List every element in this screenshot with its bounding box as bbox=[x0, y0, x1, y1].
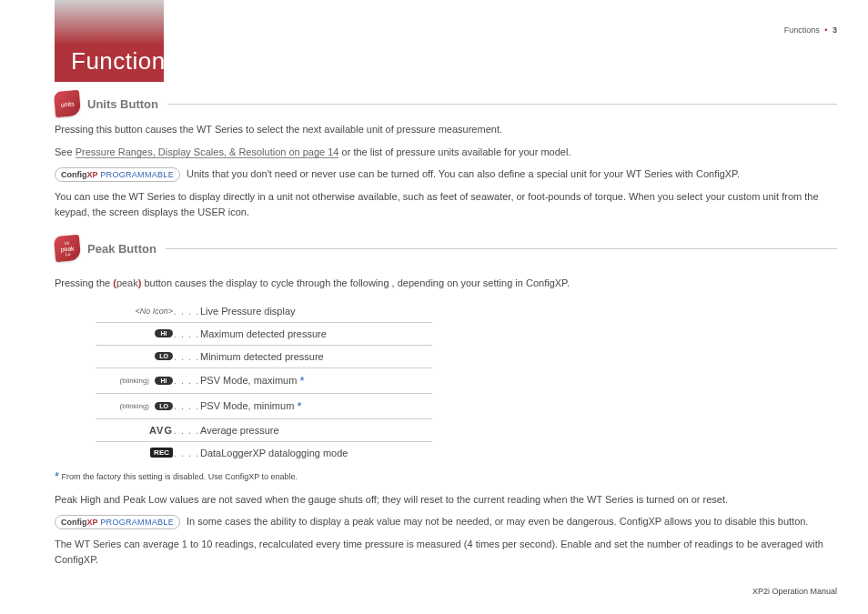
units-para-2: See Pressure Ranges, Display Scales, & R… bbox=[55, 145, 837, 160]
table-row: REC. . . .DataLoggerXP datalogging mode bbox=[96, 442, 432, 464]
badge2-xp: XP bbox=[87, 518, 98, 527]
units-section-header: units Units Button bbox=[55, 91, 837, 116]
peak-p2-text: In some cases the ability to display a p… bbox=[184, 516, 809, 527]
row-description: PSV Mode, maximum * bbox=[200, 374, 432, 388]
configxp-badge: ConfigXP PROGRAMMABLE bbox=[55, 167, 180, 182]
content-area: units Units Button Pressing this button … bbox=[55, 91, 837, 574]
badge-xp: XP bbox=[87, 170, 98, 179]
hi-pill-icon: HI bbox=[155, 377, 173, 385]
units-p2b: or the list of pressure units available … bbox=[338, 146, 570, 157]
dots-separator: . . . . bbox=[173, 328, 200, 339]
row-desc-text: DataLoggerXP datalogging mode bbox=[200, 448, 348, 458]
row-icon-cell: <No Icon> bbox=[96, 307, 173, 316]
units-para-4: You can use the WT Series to display dir… bbox=[55, 189, 837, 219]
peak-para-1: Peak High and Peak Low values are not sa… bbox=[55, 492, 837, 508]
table-row: (blinking)LO. . . .PSV Mode, minimum * bbox=[96, 394, 432, 419]
peak-intro: Pressing the (peak) button causes the di… bbox=[55, 276, 837, 291]
peak-icon-lo: Lo bbox=[66, 251, 71, 256]
units-icon-label: units bbox=[60, 100, 74, 107]
page-title: Functions bbox=[71, 47, 177, 75]
row-icon-cell: (blinking)HI bbox=[96, 377, 173, 385]
badge-config: Config bbox=[61, 170, 87, 179]
badge-programmable: PROGRAMMABLE bbox=[98, 170, 174, 179]
units-heading: Units Button bbox=[87, 97, 158, 111]
units-rule bbox=[167, 104, 837, 105]
dots-separator: . . . . bbox=[173, 375, 200, 386]
row-description: Maximum detected pressure bbox=[200, 328, 432, 339]
row-description: Average pressure bbox=[200, 425, 432, 436]
units-button-icon: units bbox=[54, 90, 81, 117]
lo-pill-icon: LO bbox=[155, 352, 173, 360]
peak-para-3: The WT Series can average 1 to 10 readin… bbox=[55, 537, 837, 567]
row-icon-cell: (blinking)LO bbox=[96, 402, 173, 410]
dots-separator: . . . . bbox=[173, 425, 200, 436]
star-icon: * bbox=[299, 374, 304, 388]
peak-word: peak bbox=[116, 277, 138, 288]
table-row: LO. . . .Minimum detected pressure bbox=[96, 346, 432, 368]
row-icon-cell: AVG bbox=[96, 425, 173, 436]
row-desc-text: Maximum detected pressure bbox=[200, 328, 327, 339]
row-desc-text: PSV Mode, minimum bbox=[200, 400, 297, 411]
blinking-label: (blinking) bbox=[120, 377, 149, 385]
header-section-label: Functions bbox=[784, 25, 820, 35]
no-icon-label: <No Icon> bbox=[135, 307, 173, 316]
row-description: DataLoggerXP datalogging mode bbox=[200, 448, 432, 458]
footer-manual-name: XP2i Operation Manual bbox=[752, 587, 837, 596]
badge2-config: Config bbox=[61, 518, 87, 527]
row-desc-text: Average pressure bbox=[200, 425, 279, 436]
dots-separator: . . . . bbox=[173, 448, 200, 458]
blinking-label: (blinking) bbox=[120, 402, 149, 410]
table-row: (blinking)HI. . . .PSV Mode, maximum * bbox=[96, 368, 432, 394]
pressure-ranges-link[interactable]: Pressure Ranges, Display Scales, & Resol… bbox=[76, 146, 339, 158]
peak-section-header: Hi peak Lo Peak Button bbox=[55, 236, 837, 261]
rec-icon: REC bbox=[150, 448, 173, 458]
peak-footnote: * From the factory this setting is disab… bbox=[55, 469, 837, 483]
peak-para-2: ConfigXP PROGRAMMABLE In some cases the … bbox=[55, 514, 837, 529]
row-icon-cell: HI bbox=[96, 329, 173, 337]
peak-rule bbox=[166, 248, 837, 249]
table-row: <No Icon>. . . .Live Pressure display bbox=[96, 300, 432, 323]
peak-intro-b: button causes the display to cycle throu… bbox=[141, 277, 570, 288]
header-dot: • bbox=[822, 25, 830, 35]
row-description: Minimum detected pressure bbox=[200, 351, 432, 362]
row-desc-text: Live Pressure display bbox=[200, 306, 296, 317]
row-description: Live Pressure display bbox=[200, 306, 432, 317]
configxp-badge-2: ConfigXP PROGRAMMABLE bbox=[55, 515, 180, 529]
row-desc-text: PSV Mode, maximum bbox=[200, 375, 299, 386]
avg-icon: AVG bbox=[149, 425, 173, 436]
header-page-number: 3 bbox=[833, 25, 837, 35]
units-p3-text: Units that you don't need or never use c… bbox=[184, 168, 740, 179]
peak-intro-a: Pressing the bbox=[55, 277, 113, 288]
dots-separator: . . . . bbox=[173, 400, 200, 411]
row-icon-cell: LO bbox=[96, 352, 173, 360]
table-row: HI. . . .Maximum detected pressure bbox=[96, 323, 432, 346]
hi-pill-icon: HI bbox=[155, 329, 173, 337]
lo-pill-icon: LO bbox=[155, 402, 173, 410]
units-p2a: See bbox=[55, 146, 76, 157]
header-page-ref: Functions • 3 bbox=[784, 25, 837, 35]
badge2-programmable: PROGRAMMABLE bbox=[98, 518, 174, 527]
peak-cycle-table: <No Icon>. . . .Live Pressure displayHI.… bbox=[96, 300, 432, 464]
dots-separator: . . . . bbox=[173, 351, 200, 362]
footnote-text: From the factory this setting is disable… bbox=[59, 472, 298, 481]
row-desc-text: Minimum detected pressure bbox=[200, 351, 324, 362]
peak-heading: Peak Button bbox=[87, 242, 156, 256]
row-icon-cell: REC bbox=[96, 448, 173, 458]
row-description: PSV Mode, minimum * bbox=[200, 399, 432, 413]
units-para-3: ConfigXP PROGRAMMABLE Units that you don… bbox=[55, 166, 837, 182]
table-row: AVG. . . .Average pressure bbox=[96, 419, 432, 442]
units-para-1: Pressing this button causes the WT Serie… bbox=[55, 122, 837, 137]
dots-separator: . . . . bbox=[173, 306, 200, 317]
star-icon: * bbox=[297, 399, 301, 413]
peak-button-icon: Hi peak Lo bbox=[54, 235, 81, 262]
